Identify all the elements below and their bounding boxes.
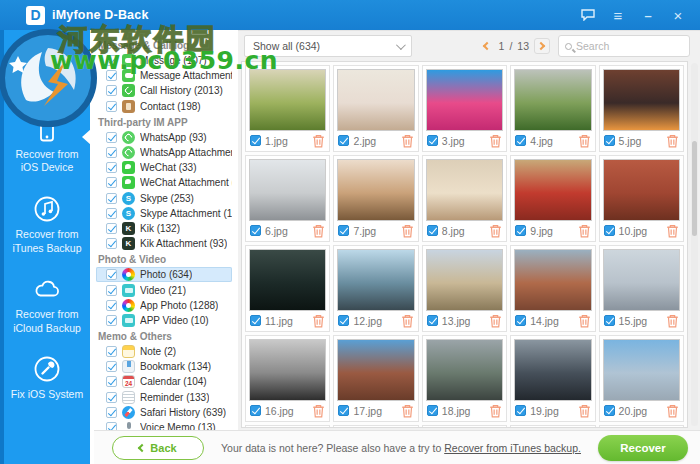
tree-item-skype-attachment[interactable]: SSkype Attachment (155) — [96, 206, 232, 221]
checkbox[interactable] — [106, 70, 117, 81]
photo-tile[interactable]: 4.jpg — [510, 65, 595, 152]
photo-tile-partial[interactable] — [245, 425, 330, 428]
checkbox[interactable] — [106, 285, 117, 296]
photo-checkbox[interactable] — [250, 315, 261, 326]
tree-item-kik[interactable]: KKik (132) — [96, 221, 232, 236]
trash-icon[interactable] — [578, 404, 591, 418]
tree-item-calendar[interactable]: 24Calendar (104) — [96, 374, 232, 389]
photo-checkbox[interactable] — [338, 225, 349, 236]
tree-item-whatsapp-attachment[interactable]: WhatsApp Attachment (1... — [96, 145, 232, 160]
photo-checkbox[interactable] — [338, 405, 349, 416]
tree-item-contact[interactable]: Contact (198) — [96, 99, 232, 114]
trash-icon[interactable] — [666, 404, 679, 418]
trash-icon[interactable] — [666, 224, 679, 238]
photo-checkbox[interactable] — [515, 405, 526, 416]
photo-thumbnail[interactable] — [603, 249, 680, 311]
trash-icon[interactable] — [401, 224, 414, 238]
photo-tile[interactable]: 11.jpg — [245, 245, 330, 332]
trash-icon[interactable] — [312, 314, 325, 328]
photo-tile[interactable]: 6.jpg — [245, 155, 330, 242]
trash-icon[interactable] — [401, 314, 414, 328]
photo-thumbnail[interactable] — [603, 159, 680, 221]
sidebar-item-fix-ios-system[interactable]: Fix iOS System — [4, 345, 90, 412]
tree-item-kik-attachment[interactable]: KKik Attachment (93) — [96, 236, 232, 251]
photo-tile[interactable]: 17.jpg — [333, 335, 418, 422]
photo-tile[interactable]: 2.jpg — [333, 65, 418, 152]
photo-tile[interactable]: 8.jpg — [422, 155, 507, 242]
trash-icon[interactable] — [312, 134, 325, 148]
trash-icon[interactable] — [401, 404, 414, 418]
recover-button[interactable]: Recover — [598, 435, 688, 461]
tree-item-call-history[interactable]: Call History (2013) — [96, 83, 232, 98]
trash-icon[interactable] — [312, 224, 325, 238]
checkbox[interactable] — [106, 269, 117, 280]
menu-icon[interactable]: ≡ — [610, 7, 626, 23]
checkbox[interactable] — [106, 315, 117, 326]
photo-thumbnail[interactable] — [426, 339, 503, 401]
photo-tile[interactable]: 5.jpg — [599, 65, 684, 152]
checkbox[interactable] — [106, 376, 117, 387]
tree-item-photo[interactable]: Photo (634) — [96, 267, 232, 282]
photo-thumbnail[interactable] — [426, 249, 503, 311]
photo-checkbox[interactable] — [338, 135, 349, 146]
photo-tile[interactable]: 12.jpg — [333, 245, 418, 332]
checkbox[interactable] — [106, 55, 117, 66]
prev-page-button[interactable] — [478, 38, 494, 54]
sidebar-item-recover-from-icloud-backup[interactable]: Recover from iCloud Backup — [4, 265, 90, 345]
sidebar-item-recover-from-itunes-backup[interactable]: Recover from iTunes Backup — [4, 185, 90, 265]
photo-tile[interactable]: 13.jpg — [422, 245, 507, 332]
tree-item-message[interactable]: Message (107) — [96, 53, 232, 68]
photo-checkbox[interactable] — [604, 135, 615, 146]
tree-item-app-video[interactable]: APP Video (10) — [96, 313, 232, 328]
photo-tile[interactable]: 9.jpg — [510, 155, 595, 242]
photo-tile-partial[interactable] — [510, 425, 595, 428]
tree-item-video[interactable]: Video (21) — [96, 282, 232, 297]
photo-checkbox[interactable] — [250, 405, 261, 416]
checkbox[interactable] — [106, 85, 117, 96]
checkbox[interactable] — [106, 361, 117, 372]
photo-checkbox[interactable] — [604, 225, 615, 236]
photo-checkbox[interactable] — [250, 225, 261, 236]
checkbox[interactable] — [106, 101, 117, 112]
photo-checkbox[interactable] — [427, 225, 438, 236]
trash-icon[interactable] — [401, 134, 414, 148]
trash-icon[interactable] — [489, 404, 502, 418]
photo-thumbnail[interactable] — [337, 159, 414, 221]
photo-tile[interactable]: 14.jpg — [510, 245, 595, 332]
tree-item-safari-history[interactable]: Safari History (639) — [96, 405, 232, 420]
photo-checkbox[interactable] — [604, 405, 615, 416]
checkbox[interactable] — [106, 392, 117, 403]
photo-thumbnail[interactable] — [337, 69, 414, 131]
search-input[interactable] — [576, 40, 683, 52]
checkbox[interactable] — [106, 193, 117, 204]
tree-item-bookmark[interactable]: Bookmark (134) — [96, 359, 232, 374]
minimize-icon[interactable]: – — [640, 7, 656, 23]
photo-tile[interactable]: 1.jpg — [245, 65, 330, 152]
checkbox[interactable] — [106, 162, 117, 173]
photo-thumbnail[interactable] — [337, 249, 414, 311]
checkbox[interactable] — [106, 346, 117, 357]
tree-item-whatsapp[interactable]: WhatsApp (93) — [96, 130, 232, 145]
photo-tile[interactable]: 20.jpg — [599, 335, 684, 422]
trash-icon[interactable] — [489, 314, 502, 328]
photo-tile-partial[interactable] — [599, 425, 684, 428]
photo-checkbox[interactable] — [427, 405, 438, 416]
photo-thumbnail[interactable] — [603, 69, 680, 131]
trash-icon[interactable] — [578, 134, 591, 148]
photo-thumbnail[interactable] — [514, 339, 591, 401]
photo-thumbnail[interactable] — [514, 69, 591, 131]
back-button[interactable]: Back — [112, 436, 204, 460]
feedback-icon[interactable] — [580, 7, 596, 23]
tree-item-wechat[interactable]: WeChat (33) — [96, 160, 232, 175]
photo-checkbox[interactable] — [250, 135, 261, 146]
photo-thumbnail[interactable] — [426, 69, 503, 131]
photo-tile-partial[interactable] — [422, 425, 507, 428]
photo-thumbnail[interactable] — [514, 159, 591, 221]
photo-thumbnail[interactable] — [249, 69, 326, 131]
trash-icon[interactable] — [489, 224, 502, 238]
photo-tile[interactable]: 7.jpg — [333, 155, 418, 242]
sidebar-item-smart-recovery[interactable]: Smart Recovery — [4, 38, 90, 105]
checkbox[interactable] — [106, 132, 117, 143]
photo-checkbox[interactable] — [604, 315, 615, 326]
photo-tile-partial[interactable] — [333, 425, 418, 428]
